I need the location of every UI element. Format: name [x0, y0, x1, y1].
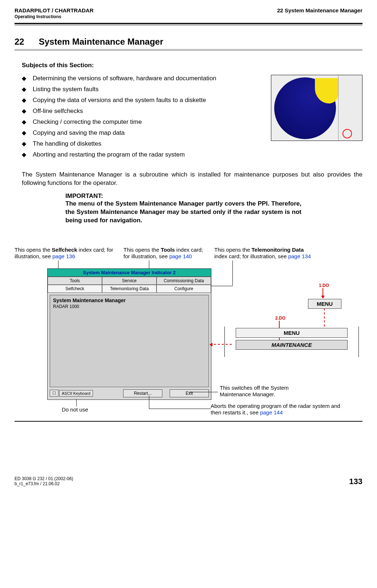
list-item: Checking / correcting the computer time	[33, 118, 142, 126]
tab-tools[interactable]: Tools	[48, 277, 102, 285]
page-ref-link[interactable]: page 140	[169, 253, 192, 259]
tab-configure[interactable]: Configure	[157, 285, 211, 293]
chapter-rule-grey	[15, 49, 362, 51]
highlight-circle-icon	[342, 129, 352, 138]
tab-commissioning[interactable]: Commissioning Data	[157, 277, 211, 285]
bullet-icon: ◆	[22, 75, 26, 82]
tab-telemonitoring[interactable]: Telemonitoring Data	[102, 285, 157, 293]
intro-paragraph: The System Maintenance Manager is a subr…	[22, 171, 362, 187]
annotation-do-not-use: Do not use	[62, 406, 88, 413]
bullet-icon: ◆	[22, 108, 26, 115]
bullet-icon: ◆	[22, 151, 26, 158]
footer-filename: b_r1_e73.fm / 21.06.02	[15, 481, 73, 486]
bullet-icon: ◆	[22, 97, 26, 104]
subjects-list: ◆Determining the versions of software, h…	[22, 75, 264, 162]
tab-service[interactable]: Service	[102, 277, 157, 285]
page-ref-link[interactable]: page 136	[52, 253, 75, 259]
window-body: System Maintenance Manager RADAR 1000	[50, 295, 209, 387]
list-item: Aborting and restarting the program of t…	[33, 151, 185, 158]
ascii-keyboard-label[interactable]: ASCII Keyboard	[59, 390, 93, 397]
bullet-icon: ◆	[22, 118, 26, 126]
doc-title-right: 22 System Maintenance Manager	[277, 7, 362, 13]
arrow-dashed-down-icon	[324, 308, 325, 327]
window-titlebar: System Maintenance Manager Indicator 2	[48, 269, 211, 277]
subjects-heading: Subjects of this Section:	[22, 62, 362, 69]
page-ref-link[interactable]: page 134	[288, 253, 311, 259]
arrow-left-icon	[210, 344, 232, 345]
tab-selfcheck[interactable]: Selfcheck	[48, 285, 102, 293]
bullet-icon: ◆	[22, 140, 26, 147]
important-body: The menu of the System Maintenance Manag…	[65, 200, 301, 225]
bullet-icon: ◆	[22, 129, 26, 137]
page-number: 133	[349, 477, 362, 486]
footer-doc-id: ED 3038 G 232 / 01 (2002-06)	[15, 476, 73, 481]
menu-bar[interactable]: MENU	[236, 328, 348, 338]
list-item: Off-line selfchecks	[33, 108, 83, 115]
chapter-number: 22	[15, 37, 24, 47]
annotation-selfcheck: This opens the Selfcheck index card; for…	[15, 247, 116, 260]
arrow-down-icon	[323, 288, 323, 298]
step-1-label: 1.DO	[319, 283, 329, 288]
list-item: Copying the data of versions and the sys…	[33, 97, 206, 104]
chapter-title: System Maintenance Manager	[39, 37, 163, 47]
menu-button[interactable]: MENU	[308, 299, 341, 309]
list-item: Copying and saving the map data	[33, 129, 125, 137]
smm-window: System Maintenance Manager Indicator 2 T…	[47, 268, 211, 400]
maintenance-item[interactable]: MAINTENANCE	[236, 340, 348, 350]
important-title: IMPORTANT:	[65, 192, 301, 200]
page-ref-link[interactable]: page 144	[260, 409, 283, 415]
list-item: Listing the system faults	[33, 86, 98, 93]
bullet-icon: ◆	[22, 86, 26, 93]
list-item: Determining the versions of software, ha…	[33, 75, 216, 82]
ascii-keyboard-toggle[interactable]: ☐	[50, 390, 58, 397]
step-2-label: 2.DO	[275, 316, 285, 321]
exit-button[interactable]: Exit	[170, 389, 209, 397]
header-rule-grey	[15, 24, 362, 26]
doc-subtitle: Operating Instructions	[15, 14, 362, 19]
doc-title-left: RADARPILOT / CHARTRADAR	[15, 7, 94, 13]
radar-thumbnail	[271, 75, 362, 141]
annotation-tools: This opens the Tools index card; for ill…	[123, 247, 207, 260]
inner-subtitle: RADAR 1000	[53, 304, 206, 309]
restart-button[interactable]: Restart...	[123, 389, 162, 397]
inner-title: System Maintenance Manager	[53, 297, 206, 303]
annotation-switch-off: This switches off the System Maintenance…	[220, 385, 314, 398]
annotation-restart: Aborts the operating program of the rada…	[211, 403, 341, 417]
footer-rule	[15, 421, 362, 422]
annotation-telemonitoring: This opens the Telemonitoring Data index…	[214, 247, 327, 260]
list-item: The handling of diskettes	[33, 140, 101, 147]
